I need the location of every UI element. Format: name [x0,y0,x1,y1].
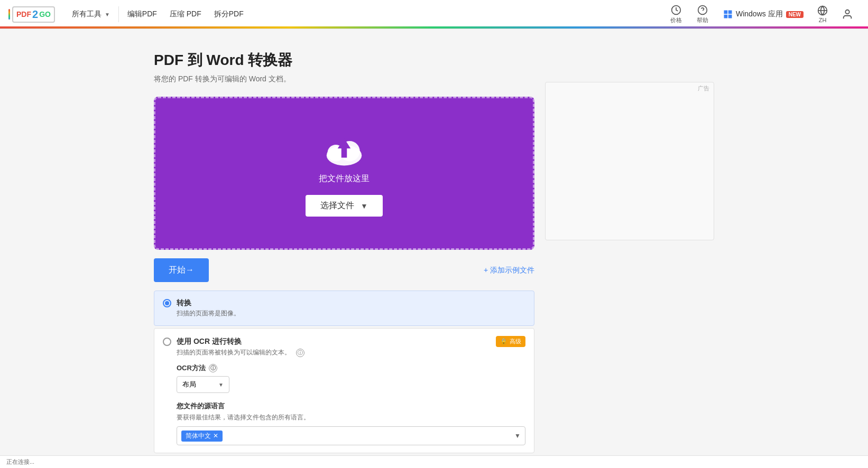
lang-label: ZH [819,17,827,23]
premium-label: 高级 [510,338,521,345]
page-title: PDF 到 Word 转换器 [154,50,534,70]
ocr-method-label: OCR方法 ⓘ [177,363,525,373]
nav-compress-pdf[interactable]: 压缩 PDF [163,0,208,29]
svg-rect-2 [724,11,727,14]
radio-convert[interactable] [163,299,171,307]
logo-pdf: PDF [16,10,31,18]
start-button[interactable]: 开始→ [154,258,209,282]
upload-area[interactable]: 把文件放这里 选择文件 ▼ [154,97,534,250]
lang-tag-label: 简体中文 [186,432,211,441]
header-rainbow [0,26,868,29]
svg-rect-3 [728,11,732,14]
globe-icon [817,5,828,16]
logo[interactable]: PDF 2 GO [8,6,55,23]
remove-lang-icon[interactable]: ✕ [213,432,218,439]
chevron-down-icon: ▼ [361,202,368,210]
nav-split-pdf-label: 拆分PDF [214,10,244,19]
nav-help-btn[interactable]: 帮助 [690,0,715,29]
ocr-method-label-text: OCR方法 [177,363,206,373]
page-subtitle: 将您的 PDF 转换为可编辑的 Word 文档。 [154,74,534,84]
premium-badge: 🔒 高级 [496,336,525,347]
nav-account-btn[interactable] [835,0,860,29]
option-ocr-title: 使用 OCR 进行转换 [177,337,242,347]
ad-label: 广告 [698,85,709,92]
nav-price-btn[interactable]: 价格 [664,0,688,29]
lock-icon: 🔒 [500,338,507,345]
svg-point-8 [845,10,849,14]
status-text: 正在连接... [6,458,34,466]
left-content: PDF 到 Word 转换器 将您的 PDF 转换为可编辑的 Word 文档。 … [154,50,534,455]
ocr-desc-text: 扫描的页面将被转换为可以编辑的文本。 [177,349,291,356]
nav-edit-pdf-label: 编辑PDF [127,10,157,19]
nav-compress-pdf-label: 压缩 PDF [170,10,201,19]
option-convert-desc: 扫描的页面将是图像。 [177,309,525,318]
right-sidebar: 广告 [545,50,714,455]
logo-go: GO [39,10,51,18]
lang-tag-container[interactable]: 简体中文 ✕ ▼ [177,426,525,445]
radio-ocr[interactable] [163,338,171,346]
nav-divider-1 [118,6,119,22]
choose-file-button[interactable]: 选择文件 ▼ [306,195,383,217]
nav-windows-app-btn[interactable]: Windows 应用 New [717,0,810,29]
nav-right: 价格 帮助 Windows 应用 New [664,0,860,29]
option-convert-header: 转换 [163,298,525,308]
lang-select-arrow-icon[interactable]: ▼ [514,432,521,439]
windows-app-label: Windows 应用 [736,10,783,19]
option-ocr-header: 使用 OCR 进行转换 🔒 高级 [163,336,525,347]
options-section: 转换 扫描的页面将是图像。 使用 OCR 进行转换 🔒 高级 扫描的页面将被转换… [154,291,534,453]
ocr-options: OCR方法 ⓘ 布局 ▼ 您文件的源语言 要获得最佳结果，请选择文件包含的所有语… [163,363,525,445]
source-lang-desc: 要获得最佳结果，请选择文件包含的所有语言。 [177,413,525,422]
help-icon [697,5,708,15]
nav-lang-btn[interactable]: ZH [812,0,833,29]
svg-rect-5 [728,15,732,18]
new-badge: New [786,11,804,18]
option-convert-title: 转换 [177,298,191,308]
upload-cloud-icon [320,130,368,167]
nav-all-tools-label: 所有工具 [72,10,101,19]
logo-num: 2 [32,8,38,21]
source-lang-label: 您文件的源语言 [177,401,525,411]
status-bar: 正在连接... [0,455,868,468]
ad-placeholder: 广告 [545,82,714,240]
chevron-down-icon: ▼ [105,12,110,17]
ocr-method-info-icon[interactable]: ⓘ [209,364,217,372]
windows-icon [723,10,733,19]
add-sample-link[interactable]: + 添加示例文件 [484,266,534,275]
choose-file-label: 选择文件 [320,200,354,211]
lang-tag-simplified-chinese: 简体中文 ✕ [181,430,223,442]
option-ocr[interactable]: 使用 OCR 进行转换 🔒 高级 扫描的页面将被转换为可以编辑的文本。 ⓘ OC… [154,328,534,453]
price-label: 价格 [670,16,682,24]
ocr-method-select[interactable]: 布局 ▼ [177,376,229,393]
option-convert[interactable]: 转换 扫描的页面将是图像。 [154,291,534,326]
ocr-method-value: 布局 [182,380,196,389]
help-label: 帮助 [697,16,708,24]
option-ocr-desc: 扫描的页面将被转换为可以编辑的文本。 ⓘ [177,348,525,357]
price-icon [671,5,681,15]
nav-all-tools[interactable]: 所有工具 ▼ [66,0,116,29]
ocr-info-icon[interactable]: ⓘ [296,349,304,357]
nav-split-pdf[interactable]: 拆分PDF [208,0,250,29]
nav-edit-pdf[interactable]: 编辑PDF [121,0,163,29]
main-content: PDF 到 Word 转换器 将您的 PDF 转换为可编辑的 Word 文档。 … [143,29,725,466]
select-arrow-icon: ▼ [218,382,224,388]
drop-text: 把文件放这里 [319,173,370,184]
account-icon [842,8,853,20]
header: PDF 2 GO 所有工具 ▼ 编辑PDF 压缩 PDF 拆分PDF 价格 [0,0,868,29]
svg-rect-4 [724,15,727,18]
action-row: 开始→ + 添加示例文件 [154,258,534,282]
